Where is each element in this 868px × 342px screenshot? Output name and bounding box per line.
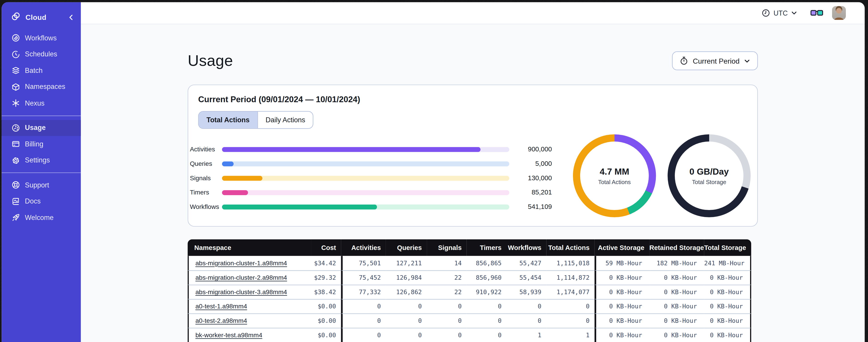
sidebar-nav-main: Workflows Schedules Batch [2, 30, 81, 111]
cell-signals: 0 [427, 299, 467, 314]
usage-summary-card: Current Period (09/01/2024 — 10/01/2024)… [188, 84, 758, 227]
sidebar-item-namespaces[interactable]: Namespaces [2, 79, 81, 95]
bar-fill [222, 161, 234, 166]
bar-fill [222, 147, 480, 152]
cell-signals: 22 [427, 285, 467, 299]
sidebar-item-nexus[interactable]: Nexus [2, 95, 81, 111]
cell-active_storage: 0 KB-Hour [595, 328, 650, 342]
bar-row: Signals130,000 [190, 171, 554, 185]
namespace-link[interactable]: abs-migration-cluster-1.a98mm4 [195, 260, 287, 266]
cell-cost: $29.32 [311, 270, 341, 285]
cell-activities: 0 [341, 328, 386, 342]
user-menu[interactable] [832, 6, 856, 20]
cell-activities: 75,501 [341, 256, 386, 270]
cell-workflows: 0 [506, 299, 546, 314]
sidebar-item-usage[interactable]: Usage [2, 119, 81, 136]
cell-activities: 0 [341, 299, 386, 314]
sidebar-item-schedules[interactable]: Schedules [2, 46, 81, 63]
bar-value: 541,109 [509, 203, 554, 210]
period-select-button[interactable]: Current Period [672, 52, 758, 70]
timezone-label: UTC [774, 9, 788, 17]
cell-workflows: 55,454 [506, 270, 546, 285]
cell-timers: 910,922 [467, 285, 506, 299]
cell-total_actions: 1,115,018 [546, 256, 594, 270]
sidebar-brand[interactable]: Cloud [2, 7, 81, 27]
donut-label: Total Actions [598, 178, 631, 185]
chevron-down-icon [791, 10, 797, 16]
workflows-icon [11, 34, 20, 42]
namespace-link[interactable]: bk-worker-test.a98mm4 [195, 332, 262, 338]
cell-total_storage: 0 KB-Hour [704, 285, 751, 299]
namespaces-cube-icon [11, 82, 20, 91]
table-row: a0-test-1.a98mm4$0.000000000 KB-Hour0 KB… [188, 299, 751, 314]
stopwatch-icon [680, 57, 688, 65]
table-row: abs-migration-cluster-3.a98mm4$38.4277,3… [188, 285, 751, 299]
cell-queries: 127,211 [386, 256, 427, 270]
brand-label: Cloud [26, 13, 46, 22]
sidebar-item-settings[interactable]: Settings [2, 152, 81, 169]
cell-retained_storage: 0 KB-Hour [649, 299, 704, 314]
tab-daily-actions[interactable]: Daily Actions [257, 112, 313, 128]
usage-gauge-icon [11, 124, 20, 132]
sidebar-item-label: Namespaces [25, 83, 65, 91]
column-header: Active Storage [595, 239, 650, 256]
tab-total-actions[interactable]: Total Actions [199, 112, 257, 128]
cell-activities: 75,452 [341, 270, 386, 285]
cell-total_actions: 0 [546, 313, 594, 328]
stage: Cloud Workflows Schedules [0, 0, 868, 342]
nexus-asterisk-icon [11, 99, 20, 108]
sidebar-item-batch[interactable]: Batch [2, 63, 81, 79]
sidebar-item-support[interactable]: Support [2, 177, 81, 193]
sidebar-item-label: Welcome [25, 214, 54, 221]
namespace-link[interactable]: abs-migration-cluster-2.a98mm4 [195, 274, 287, 281]
cell-active_storage: 0 KB-Hour [595, 285, 650, 299]
bar-track [222, 147, 509, 152]
glasses-icon [810, 9, 823, 17]
cell-signals: 0 [427, 313, 467, 328]
page-title: Usage [188, 52, 233, 69]
sidebar-divider [2, 115, 81, 116]
donut-value: 4.7 MM [599, 167, 629, 177]
cell-active_storage: 0 KB-Hour [595, 270, 650, 285]
schedules-icon [11, 50, 20, 59]
bar-label: Queries [190, 161, 222, 167]
sidebar-item-label: Workflows [25, 34, 57, 42]
sidebar-item-workflows[interactable]: Workflows [2, 30, 81, 46]
cell-workflows: 0 [506, 313, 546, 328]
namespace-link[interactable]: a0-test-2.a98mm4 [195, 317, 247, 324]
cell-retained_storage: 0 KB-Hour [649, 313, 704, 328]
cell-active_storage: 59 MB-Hour [595, 256, 650, 270]
column-header: Timers [467, 239, 506, 256]
cell-workflows: 58,939 [506, 285, 546, 299]
table-row: bk-worker-test.a98mm4$0.000000110 KB-Hou… [188, 328, 751, 342]
sidebar-nav-support: Support Docs Welcome [2, 177, 81, 226]
chevron-down-icon [850, 10, 856, 16]
sidebar-collapse-button[interactable] [68, 14, 74, 20]
sidebar-item-label: Usage [25, 124, 45, 132]
cell-name: bk-worker-test.a98mm4 [188, 328, 311, 342]
timezone-selector[interactable]: UTC [762, 9, 797, 17]
labs-glasses-toggle[interactable] [810, 9, 823, 17]
sidebar-item-billing[interactable]: Billing [2, 136, 81, 152]
sidebar-item-label: Docs [25, 197, 41, 205]
cell-cost: $0.00 [311, 328, 341, 342]
bar-row: Queries5,000 [190, 156, 554, 171]
sidebar-item-docs[interactable]: Docs [2, 193, 81, 209]
namespace-link[interactable]: a0-test-1.a98mm4 [195, 303, 247, 309]
column-header: Retained Storage [649, 239, 704, 256]
bar-track [222, 175, 509, 180]
cell-cost: $0.00 [311, 313, 341, 328]
cell-name: abs-migration-cluster-2.a98mm4 [188, 270, 311, 285]
support-lifebuoy-icon [11, 181, 20, 190]
namespace-link[interactable]: abs-migration-cluster-3.a98mm4 [195, 288, 287, 295]
sidebar-item-welcome[interactable]: Welcome [2, 210, 81, 226]
main-column: UTC Usage [81, 2, 865, 342]
bar-label: Activities [190, 146, 222, 152]
cell-queries: 0 [386, 299, 427, 314]
cell-activities: 0 [341, 313, 386, 328]
sidebar-item-label: Batch [25, 67, 42, 74]
column-header: Queries [386, 239, 427, 256]
cell-timers: 0 [467, 328, 506, 342]
donut-value: 0 GB/Day [689, 167, 729, 177]
bar-value: 5,000 [509, 160, 554, 167]
